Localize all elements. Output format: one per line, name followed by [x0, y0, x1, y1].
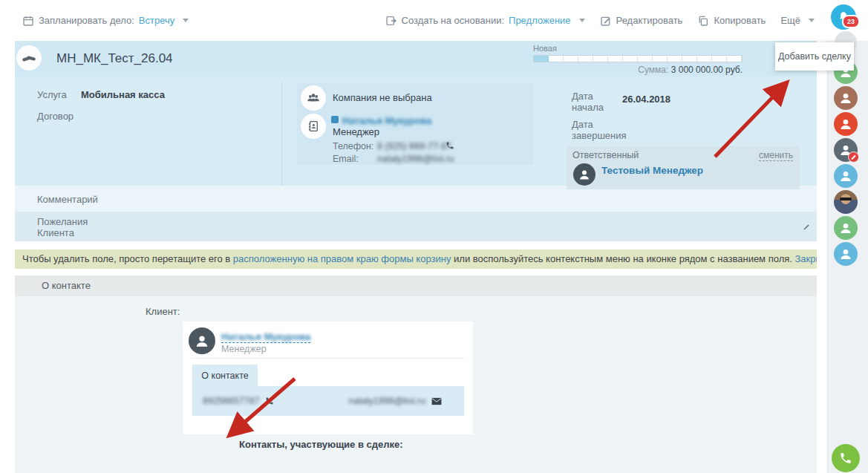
contact-section-header[interactable]: О контакте [15, 275, 817, 296]
phone-label: Телефон: [333, 141, 373, 151]
comment-label: Комментарий [37, 194, 98, 205]
person-icon [838, 91, 853, 105]
create-based-label: Создать на основании: [402, 15, 504, 26]
end-date-label: Дата завершения [572, 119, 627, 141]
more-label: Ещё [780, 15, 800, 26]
call-button[interactable] [832, 444, 860, 472]
wishes-label: Пожелания Клиента [37, 216, 88, 238]
hint-trash-link[interactable]: расположенную на правом краю формы корзи… [233, 253, 451, 264]
edit-label: Редактировать [616, 15, 683, 26]
user-avatar-rail [834, 60, 858, 266]
hint-text-before: Чтобы удалить поле, просто перетащите ег… [22, 253, 233, 264]
copy-button[interactable]: Копировать [697, 15, 766, 27]
client-wishes-row[interactable] [15, 212, 817, 241]
responsible-label: Ответственный [572, 150, 639, 160]
start-date-value: 26.04.2018 [622, 94, 670, 105]
person-icon [194, 333, 210, 349]
handshake-icon [21, 50, 37, 66]
change-responsible-link[interactable]: сменить [759, 150, 793, 161]
plan-activity-label: Запланировать дело: [39, 15, 134, 26]
toolbar-right: Создать на основании: Предложение Редакт… [385, 0, 815, 41]
email-label: Email: [333, 154, 359, 164]
start-date-label-line1: Дата [572, 91, 604, 102]
wishes-label-line1: Пожелания [37, 216, 88, 227]
user-avatar[interactable] [834, 164, 858, 188]
participants-label: Контакты, участвующие в сделке: [239, 439, 403, 450]
hint-bar: Чтобы удалить поле, просто перетащите ег… [15, 249, 817, 269]
card-phone-value[interactable]: 89256657787 [203, 396, 259, 406]
create-based-on-button[interactable]: Создать на основании: Предложение [385, 15, 585, 27]
phone-icon [839, 451, 852, 465]
company-placeholder[interactable]: Компания не выбрана [333, 92, 432, 103]
stage-name: Новая [533, 44, 743, 53]
page-title: МН_МК_Тест_26.04 [56, 51, 173, 66]
start-date-label-line2: начала [572, 102, 604, 113]
client-label: Клиент: [146, 306, 180, 317]
phone-value[interactable]: 8 (925) 669-77-87 [377, 141, 451, 151]
sunglasses-detail [840, 198, 852, 200]
plan-activity-button[interactable]: Запланировать дело: Встречу [22, 0, 189, 41]
responsible-name-link[interactable]: Тестовый Менеджер [601, 165, 703, 176]
call-icon[interactable] [265, 397, 274, 405]
user-avatar-blocked[interactable] [834, 138, 858, 162]
user-avatar[interactable] [834, 86, 858, 110]
deal-sum: Сумма: 3 000 000.00 руб. [533, 65, 743, 75]
contact-card: Наталья Мукурова Менеджер О контакте 892… [183, 322, 473, 434]
card-contact-name-link[interactable]: Наталья Мукурова [221, 331, 310, 343]
card-divider [192, 358, 464, 359]
contact-name-link[interactable]: Наталья Мукурова [342, 115, 431, 126]
wishes-label-line2: Клиента [37, 227, 88, 238]
copy-label: Копировать [714, 15, 766, 26]
chevron-down-icon [579, 19, 585, 22]
user-avatar[interactable] [834, 216, 858, 240]
email-value[interactable]: nataly1998@list.ru [377, 154, 454, 164]
call-icon[interactable] [446, 141, 454, 150]
address-book-icon [307, 120, 320, 133]
chevron-down-icon [183, 19, 189, 22]
hint-text-after: или воспользуйтесь контекстным меню на и… [451, 253, 794, 264]
card-contact-name: Наталья Мукурова [221, 331, 310, 342]
card-tabs: О контакте 89256657787 nataly1998@list.r… [192, 365, 464, 416]
create-based-icon [385, 15, 397, 27]
service-value: Мобильная касса [81, 89, 165, 100]
person-icon [838, 117, 853, 131]
edit-icon [600, 15, 612, 27]
person-icon [578, 168, 591, 181]
stage-progress-bar[interactable] [533, 55, 743, 62]
card-email-value[interactable]: nataly1998@list.ru [348, 396, 425, 406]
messenger-mini-icon [331, 116, 339, 123]
card-values-row: 89256657787 nataly1998@list.ru [192, 386, 464, 416]
stage-progress-fill [534, 56, 549, 62]
edit-wishes-pencil-icon[interactable] [802, 221, 812, 232]
service-label: Услуга [37, 89, 67, 100]
envelope-icon[interactable] [431, 397, 442, 405]
notifications-count-badge: 23 [842, 15, 860, 28]
more-button[interactable]: Ещё [780, 15, 815, 26]
person-icon [838, 221, 853, 235]
menu-item-add-deal[interactable]: Добавить сделку [778, 51, 851, 62]
column-divider [281, 82, 282, 186]
user-avatar[interactable] [834, 112, 858, 136]
company-group-icon [306, 91, 321, 105]
contact-avatar[interactable] [301, 114, 326, 139]
user-avatar[interactable] [834, 242, 858, 266]
tab-about-contact[interactable]: О контакте [192, 365, 258, 386]
sum-label: Сумма: [638, 65, 668, 75]
person-icon [838, 247, 853, 261]
end-date-label-line1: Дата [572, 119, 627, 130]
card-contact-avatar[interactable] [189, 327, 215, 354]
sum-value: 3 000 000.00 руб. [671, 65, 743, 75]
card-contact-position: Менеджер [221, 344, 267, 354]
end-date-label-line2: завершения [572, 130, 627, 141]
company-avatar[interactable] [301, 85, 326, 111]
calendar-icon [22, 15, 34, 27]
edit-button[interactable]: Редактировать [600, 15, 683, 27]
comment-row [15, 186, 817, 212]
more-menu-popup: Добавить сделку [775, 42, 854, 71]
hint-close-link[interactable]: Закрыть [795, 253, 817, 264]
responsible-avatar[interactable] [573, 163, 595, 186]
plan-activity-value[interactable]: Встречу [139, 15, 174, 26]
create-based-value[interactable]: Предложение [509, 15, 571, 26]
start-date-label: Дата начала [572, 91, 604, 113]
user-avatar-photo[interactable] [834, 190, 858, 214]
